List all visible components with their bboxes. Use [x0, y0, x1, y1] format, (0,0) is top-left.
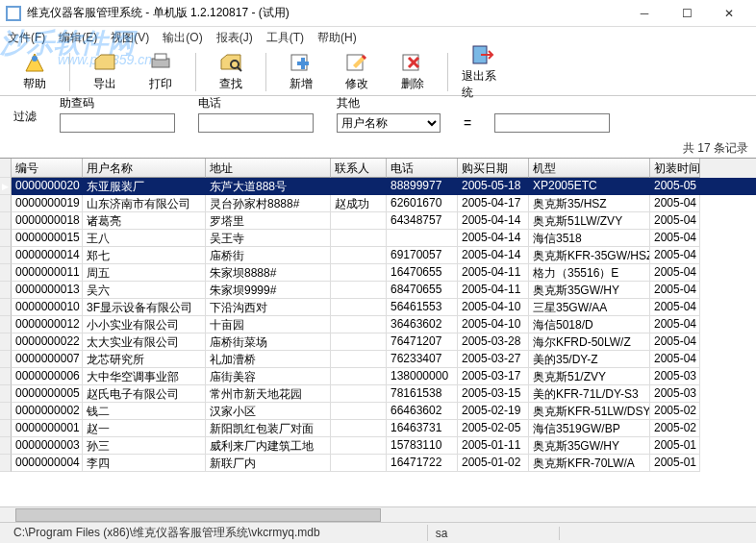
col-id[interactable]: 编号: [12, 159, 83, 178]
cell-model[interactable]: 海信5018/D: [529, 316, 650, 333]
cell-addr[interactable]: 庙桥街: [206, 247, 331, 264]
cell-name[interactable]: 李四: [83, 455, 206, 472]
filter-input-phone[interactable]: [198, 113, 314, 133]
cell-inst[interactable]: 2005-04: [650, 351, 700, 368]
cell-phone[interactable]: 16470655: [387, 264, 458, 282]
cell-model[interactable]: 奥克斯51/ZVY: [529, 368, 650, 385]
cell-id[interactable]: 0000000011: [12, 264, 83, 282]
cell-inst[interactable]: 2005-02: [650, 403, 700, 420]
cell-name[interactable]: 孙三: [83, 437, 206, 455]
menu-tools[interactable]: 工具(T): [266, 30, 304, 46]
toolbar-add[interactable]: 新增: [280, 51, 322, 92]
cell-inst[interactable]: 2005-04: [650, 264, 700, 282]
table-row[interactable]: 0000000015王八吴王寺2005-04-14海信35182005-04: [0, 230, 756, 247]
menu-help[interactable]: 帮助(H): [317, 30, 357, 46]
cell-model[interactable]: 奥克斯35GW/HY: [529, 282, 650, 299]
cell-inst[interactable]: 2005-04: [650, 247, 700, 264]
menu-output[interactable]: 输出(O): [163, 30, 202, 46]
cell-model[interactable]: 海尔KFRD-50LW/Z: [529, 333, 650, 351]
cell-buydate[interactable]: 2005-02-19: [458, 403, 529, 420]
cell-inst[interactable]: 2005-04: [650, 195, 700, 212]
cell-name[interactable]: 大中华空调事业部: [83, 368, 206, 385]
cell-addr[interactable]: 礼加漕桥: [206, 351, 331, 368]
menu-view[interactable]: 视图(V): [111, 30, 149, 46]
cell-id[interactable]: 0000000015: [12, 230, 83, 247]
cell-buydate[interactable]: 2005-04-14: [458, 247, 529, 264]
col-contact[interactable]: 联系人: [331, 159, 387, 178]
cell-buydate[interactable]: 2005-01-11: [458, 437, 529, 455]
cell-contact[interactable]: [331, 264, 387, 282]
maximize-button[interactable]: ☐: [666, 1, 708, 26]
cell-name[interactable]: 钱二: [83, 403, 206, 420]
cell-phone[interactable]: 16471722: [387, 455, 458, 472]
cell-model[interactable]: 奥克斯KFR-70LW/A: [529, 455, 650, 472]
table-row[interactable]: ▶0000000020东亚服装厂东芦大道888号888999772005-05-…: [0, 178, 756, 195]
cell-phone[interactable]: 68470655: [387, 282, 458, 299]
cell-id[interactable]: 0000000007: [12, 351, 83, 368]
cell-buydate[interactable]: 2005-03-15: [458, 385, 529, 403]
cell-inst[interactable]: 2005-04: [650, 299, 700, 316]
cell-buydate[interactable]: 2005-03-28: [458, 333, 529, 351]
col-addr[interactable]: 地址: [206, 159, 331, 178]
cell-inst[interactable]: 2005-05: [650, 178, 700, 195]
cell-model[interactable]: 奥克斯35GW/HY: [529, 437, 650, 455]
cell-contact[interactable]: [331, 420, 387, 437]
col-installdate[interactable]: 初装时间: [650, 159, 700, 178]
cell-addr[interactable]: 威利来厂内建筑工地: [206, 437, 331, 455]
horizontal-scrollbar[interactable]: [0, 506, 756, 522]
cell-inst[interactable]: 2005-03: [650, 368, 700, 385]
cell-name[interactable]: 东亚服装厂: [83, 178, 206, 195]
table-row[interactable]: 0000000013吴六朱家坝9999#684706552005-04-11奥克…: [0, 282, 756, 299]
table-row[interactable]: 0000000002钱二汉家小区664636022005-02-19奥克斯KFR…: [0, 403, 756, 420]
cell-contact[interactable]: [331, 282, 387, 299]
cell-addr[interactable]: 朱家坝8888#: [206, 264, 331, 282]
cell-phone[interactable]: 56461553: [387, 299, 458, 316]
cell-id[interactable]: 0000000022: [12, 333, 83, 351]
cell-name[interactable]: 龙芯研究所: [83, 351, 206, 368]
cell-addr[interactable]: 灵台孙家村8888#: [206, 195, 331, 212]
cell-id[interactable]: 0000000014: [12, 247, 83, 264]
cell-contact[interactable]: [331, 316, 387, 333]
table-row[interactable]: 0000000018诸葛亮罗塔里643487572005-04-14奥克斯51L…: [0, 212, 756, 230]
cell-addr[interactable]: 新联厂内: [206, 455, 331, 472]
cell-model[interactable]: 奥克斯35/HSZ: [529, 195, 650, 212]
cell-contact[interactable]: [331, 178, 387, 195]
cell-contact[interactable]: [331, 299, 387, 316]
cell-buydate[interactable]: 2005-04-17: [458, 195, 529, 212]
table-row[interactable]: 0000000004李四新联厂内164717222005-01-02奥克斯KFR…: [0, 455, 756, 472]
cell-phone[interactable]: 88899977: [387, 178, 458, 195]
cell-contact[interactable]: [331, 230, 387, 247]
cell-addr[interactable]: 吴王寺: [206, 230, 331, 247]
menu-edit[interactable]: 编辑(E): [59, 30, 97, 46]
cell-buydate[interactable]: 2005-04-14: [458, 212, 529, 230]
cell-buydate[interactable]: 2005-03-17: [458, 368, 529, 385]
cell-contact[interactable]: [331, 333, 387, 351]
cell-addr[interactable]: 新阳凯红包装厂对面: [206, 420, 331, 437]
cell-inst[interactable]: 2005-02: [650, 420, 700, 437]
cell-addr[interactable]: 汉家小区: [206, 403, 331, 420]
cell-model[interactable]: 三星35GW/AA: [529, 299, 650, 316]
grid-body[interactable]: ▶0000000020东亚服装厂东芦大道888号888999772005-05-…: [0, 178, 756, 506]
cell-id[interactable]: 0000000002: [12, 403, 83, 420]
cell-addr[interactable]: 朱家坝9999#: [206, 282, 331, 299]
cell-id[interactable]: 0000000004: [12, 455, 83, 472]
col-buydate[interactable]: 购买日期: [458, 159, 529, 178]
toolbar-find[interactable]: 查找: [210, 51, 252, 92]
cell-phone[interactable]: 15783110: [387, 437, 458, 455]
cell-addr[interactable]: 庙桥街菜场: [206, 333, 331, 351]
cell-name[interactable]: 王八: [83, 230, 206, 247]
cell-phone[interactable]: 62601670: [387, 195, 458, 212]
toolbar-help[interactable]: 帮助: [13, 51, 56, 92]
toolbar-print[interactable]: 打印: [139, 51, 182, 92]
cell-model[interactable]: 美的35/DY-Z: [529, 351, 650, 368]
cell-id[interactable]: 0000000019: [12, 195, 83, 212]
cell-id[interactable]: 0000000006: [12, 368, 83, 385]
cell-addr[interactable]: 罗塔里: [206, 212, 331, 230]
toolbar-export[interactable]: 导出: [84, 51, 126, 92]
cell-name[interactable]: 太大实业有限公司: [83, 333, 206, 351]
menu-file[interactable]: 文件(F): [8, 30, 45, 46]
cell-id[interactable]: 0000000012: [12, 316, 83, 333]
cell-model[interactable]: 奥克斯KFR-51LW/DSY: [529, 403, 650, 420]
cell-phone[interactable]: 16463731: [387, 420, 458, 437]
cell-phone[interactable]: 78161538: [387, 385, 458, 403]
